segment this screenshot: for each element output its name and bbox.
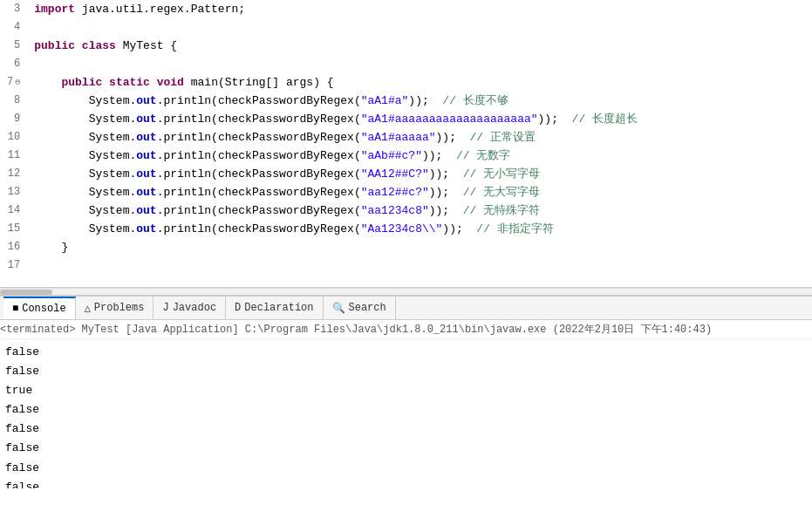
editor-area: 34567⊖891011121314151617 import java.uti… (0, 0, 812, 288)
code-line: public static void main(String[] args) { (34, 73, 812, 92)
tab-declaration[interactable]: DDeclaration (226, 297, 323, 319)
code-segment: )); (429, 201, 463, 220)
code-line: System.out.println(checkPasswordByRegex(… (34, 147, 812, 165)
code-segment: main(String[] args) { (184, 73, 334, 92)
code-segment: import (34, 0, 75, 18)
code-segment: out (136, 147, 156, 165)
code-segment: "AA12##C?" (361, 165, 429, 183)
line-numbers: 34567⊖891011121314151617 (0, 0, 27, 287)
code-segment: // 无数字 (456, 147, 510, 165)
declaration-tab-icon: D (235, 302, 241, 314)
console-output-line: false (5, 459, 807, 478)
code-segment: checkPasswordByRegex( (218, 165, 361, 183)
tab-bar: ■Console△ProblemsJJavadocDDeclaration🔍Se… (0, 296, 812, 320)
code-segment: .println( (157, 165, 218, 183)
tab-problems[interactable]: △Problems (76, 297, 154, 319)
code-segment: )); (442, 220, 476, 238)
code-segment: )); (408, 92, 442, 110)
console-output-line: true (5, 381, 807, 400)
code-line: System.out.println(checkPasswordByRegex(… (34, 220, 812, 238)
line-number: 7⊖ (7, 73, 20, 92)
code-segment: .println( (157, 147, 218, 165)
javadoc-tab-label: Javadoc (173, 302, 216, 314)
code-segment: checkPasswordByRegex( (218, 92, 361, 110)
code-line: System.out.println(checkPasswordByRegex(… (34, 165, 812, 183)
code-segment (150, 73, 157, 92)
code-segment: } (34, 238, 68, 256)
code-segment: checkPasswordByRegex( (218, 147, 361, 165)
code-line (34, 256, 812, 275)
code-segment: )); (538, 110, 572, 128)
bottom-panel: ■Console△ProblemsJJavadocDDeclaration🔍Se… (0, 295, 812, 488)
code-line: System.out.println(checkPasswordByRegex(… (34, 183, 812, 201)
code-segment: )); (429, 165, 463, 183)
line-number: 14 (7, 201, 20, 220)
code-segment: out (136, 128, 156, 147)
code-segment (75, 37, 82, 55)
code-segment: checkPasswordByRegex( (218, 220, 361, 238)
console-area[interactable]: falsefalsetruefalsefalsefalsefalsefalse (0, 341, 812, 488)
console-output-line: false (5, 343, 807, 362)
line-number: 11 (7, 147, 20, 165)
code-line: System.out.println(checkPasswordByRegex(… (34, 128, 812, 147)
code-line (34, 55, 812, 73)
code-segment: out (136, 110, 156, 128)
console-output: falsefalsetruefalsefalsefalsefalsefalse (5, 343, 807, 488)
code-line: } (34, 238, 812, 256)
line-number: 12 (7, 165, 20, 183)
code-segment: .println( (157, 220, 218, 238)
code-segment: void (157, 73, 184, 92)
code-segment: out (136, 165, 156, 183)
console-tab-icon: ■ (12, 303, 18, 315)
line-number: 3 (7, 0, 20, 18)
code-segment: .println( (157, 128, 218, 147)
code-segment: out (136, 201, 156, 220)
code-segment: public (34, 37, 75, 55)
code-line (34, 18, 812, 37)
code-segment: System. (34, 92, 136, 110)
code-segment: System. (34, 110, 136, 128)
console-output-line: false (5, 478, 807, 488)
code-segment: "aAb##c?" (361, 147, 422, 165)
line-number: 10 (7, 128, 20, 147)
search-tab-label: Search (349, 302, 386, 314)
code-segment: System. (34, 201, 136, 220)
code-segment: System. (34, 220, 136, 238)
tab-search[interactable]: 🔍Search (324, 297, 396, 319)
code-segment: // 长度不够 (442, 92, 508, 110)
editor-scrollbar-thumb[interactable] (0, 290, 52, 295)
line-number: 8 (7, 92, 20, 110)
line-number: 9 (7, 110, 20, 128)
code-segment: MyTest { (116, 37, 177, 55)
code-segment: System. (34, 147, 136, 165)
code-segment: java.util.regex.Pattern; (75, 0, 245, 18)
code-segment: )); (436, 128, 470, 147)
console-output-line: false (5, 400, 807, 420)
tab-console[interactable]: ■Console (3, 297, 76, 319)
line-number: 6 (7, 55, 20, 73)
search-tab-icon: 🔍 (332, 302, 345, 315)
code-segment: checkPasswordByRegex( (218, 183, 361, 201)
code-segment: static (109, 73, 150, 92)
code-segment: // 无小写字母 (463, 165, 540, 183)
code-segment: checkPasswordByRegex( (218, 201, 361, 220)
code-segment (34, 73, 61, 92)
code-segment: public (61, 73, 102, 92)
tab-javadoc[interactable]: JJavadoc (154, 297, 226, 319)
code-segment: // 无大写字母 (463, 183, 540, 201)
line-number: 4 (7, 18, 20, 37)
code-line: System.out.println(checkPasswordByRegex(… (34, 201, 812, 220)
code-segment: "aa12##c?" (361, 183, 429, 201)
code-segment (102, 73, 109, 92)
javadoc-tab-icon: J (162, 302, 168, 314)
code-line: System.out.println(checkPasswordByRegex(… (34, 92, 812, 110)
code-segment: checkPasswordByRegex( (218, 110, 361, 128)
code-segment: out (136, 92, 156, 110)
problems-tab-icon: △ (85, 302, 91, 315)
problems-tab-label: Problems (94, 302, 145, 314)
code-segment: )); (422, 147, 456, 165)
console-output-line: false (5, 420, 807, 439)
code-content[interactable]: import java.util.regex.Pattern; public c… (27, 0, 812, 287)
code-segment: "aA1#aaaaaaaaaaaaaaaaaaaa" (361, 110, 538, 128)
editor-scrollbar[interactable] (0, 288, 812, 295)
